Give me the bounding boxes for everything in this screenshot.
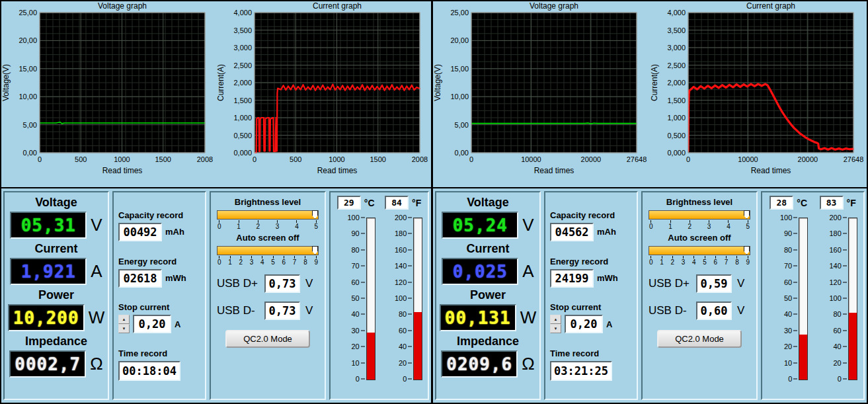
voltage-meter: Voltage 05,31 V (10, 194, 102, 239)
capacity-record-unit: mAh (165, 227, 184, 237)
stop-current-unit: A (175, 319, 180, 329)
svg-text:Current graph: Current graph (746, 1, 795, 11)
settings-column: Brightness level 012345 Auto screen off … (641, 191, 758, 400)
energy-record-label: Energy record (550, 257, 632, 266)
svg-text:0,500: 0,500 (667, 132, 686, 140)
energy-record-label: Energy record (118, 257, 200, 266)
celsius-value: 28 (769, 196, 793, 210)
voltage-meter: Voltage 05,24 V (442, 194, 533, 239)
power-label: Power (470, 288, 506, 302)
svg-text:0,000: 0,000 (233, 149, 252, 157)
celsius-readout: 28 °C (769, 196, 807, 210)
svg-text:1,000: 1,000 (667, 114, 686, 122)
brightness-label: Brightness level (235, 197, 301, 207)
time-record-label: Time record (118, 348, 200, 358)
spin-up-icon[interactable]: ▲ (118, 315, 130, 324)
power-display: 00,131 (440, 304, 516, 331)
fahrenheit-thermometer: 200180160140120100806040200 (815, 215, 860, 384)
voltage-graph: 05001000150020080,005,0010,0015,0020,002… (1, 1, 216, 187)
svg-text:20000: 20000 (798, 155, 818, 163)
current-unit: A (91, 261, 102, 282)
impedance-display: 0002,7 (9, 350, 86, 378)
auto-screen-off-scale: 0123456789 (649, 256, 750, 266)
svg-text:Current(A): Current(A) (650, 64, 659, 101)
celsius-thermometer: 1009080706050403020100 (766, 215, 810, 384)
usb-dplus-unit: V (305, 277, 313, 290)
svg-text:0: 0 (253, 155, 256, 163)
graphs-row: 01000020000276480,005,0010,0015,0020,002… (433, 1, 867, 188)
stop-current-input[interactable]: 0,20 (565, 315, 603, 333)
graphs-row: 05001000150020080,005,0010,0015,0020,002… (1, 1, 431, 188)
voltage-unit: V (522, 215, 533, 235)
auto-screen-off-slider[interactable] (217, 246, 319, 255)
energy-record: Energy record 24199 mWh (550, 257, 632, 288)
power-meter: Power 10,200 W (8, 286, 105, 331)
auto-screen-off-slider-fill (649, 247, 750, 255)
current-label: Current (466, 242, 509, 256)
svg-text:25,00: 25,00 (19, 9, 37, 17)
capacity-record: Capacity record 00492 mAh (118, 210, 200, 241)
spin-down-icon[interactable]: ▼ (118, 324, 130, 333)
capacity-record-value: 00492 (118, 223, 162, 241)
svg-text:20,00: 20,00 (450, 36, 469, 44)
power-unit: W (89, 307, 105, 328)
svg-text:4,000: 4,000 (233, 9, 252, 17)
svg-text:4,000: 4,000 (667, 9, 686, 17)
brightness-slider-fill (649, 211, 750, 219)
records-column: Capacity record 00492 mAh Energy record … (112, 191, 206, 400)
usb-dminus-unit: V (305, 304, 313, 317)
usb-dplus-value: 0,73 (264, 274, 300, 293)
energy-record-value: 24199 (550, 269, 594, 288)
capacity-record-value: 04562 (550, 223, 594, 241)
thermometer-fill (849, 313, 857, 380)
spin-down-icon[interactable]: ▼ (550, 324, 561, 333)
svg-text:Read times: Read times (102, 166, 143, 175)
usb-dminus-row: USB D- 0,60 V (646, 302, 753, 320)
fahrenheit-readout: 83 °F (820, 196, 856, 210)
thermometer-fill (414, 312, 422, 380)
svg-text:1,500: 1,500 (233, 97, 252, 104)
power-display: 10,200 (8, 304, 85, 331)
qc-mode-button[interactable]: QC2.0 Mode (225, 330, 310, 348)
temperature-column: 29 °C 84 °F 1009080706050403020100 20018… (329, 191, 429, 400)
svg-text:3,000: 3,000 (667, 44, 686, 52)
impedance-meter: Impedance 0209,6 Ω (441, 333, 534, 378)
svg-text:Read times: Read times (751, 166, 791, 175)
qc-mode-button[interactable]: QC2.0 Mode (657, 330, 742, 348)
svg-text:0,00: 0,00 (23, 149, 37, 157)
svg-text:20000: 20000 (581, 155, 602, 163)
auto-screen-off-slider[interactable] (649, 246, 750, 255)
svg-text:500: 500 (75, 155, 87, 163)
celsius-thermometer: 1009080706050403020100 (333, 215, 378, 384)
current-unit: A (522, 261, 533, 282)
controls-row: Voltage 05,31 V Current 1,921 A Power (1, 188, 431, 403)
svg-text:0,000: 0,000 (667, 149, 686, 157)
current-display: 1,921 (10, 258, 87, 285)
brightness-slider[interactable] (217, 210, 319, 220)
energy-record: Energy record 02618 mWh (118, 257, 200, 288)
usb-dplus-label: USB D+ (649, 277, 691, 290)
fahrenheit-unit: °F (412, 198, 421, 208)
svg-text:15,00: 15,00 (450, 65, 469, 73)
voltage-display: 05,31 (10, 212, 87, 239)
svg-text:1500: 1500 (370, 155, 386, 163)
svg-text:5,00: 5,00 (455, 121, 469, 129)
spin-up-icon[interactable]: ▲ (550, 315, 561, 324)
auto-screen-off-slider-fill (217, 247, 318, 255)
device-panel-right: 01000020000276480,005,0010,0015,0020,002… (433, 1, 867, 403)
stop-current-unit: A (606, 319, 612, 329)
usb-dminus-unit: V (737, 304, 744, 317)
svg-text:2,000: 2,000 (233, 79, 252, 87)
svg-text:1500: 1500 (155, 155, 171, 163)
usb-dminus-value: 0,60 (696, 302, 732, 320)
svg-text:0,500: 0,500 (233, 132, 252, 140)
svg-text:1,000: 1,000 (233, 114, 252, 122)
svg-text:500: 500 (290, 155, 301, 163)
thermometer-tube (413, 218, 422, 380)
usb-dminus-label: USB D- (649, 304, 691, 317)
stop-current-input[interactable]: 0,20 (133, 315, 171, 333)
svg-text:3,000: 3,000 (233, 44, 252, 52)
usb-dplus-label: USB D+ (217, 277, 259, 290)
brightness-slider[interactable] (649, 210, 750, 220)
svg-text:Voltage graph: Voltage graph (530, 1, 578, 11)
